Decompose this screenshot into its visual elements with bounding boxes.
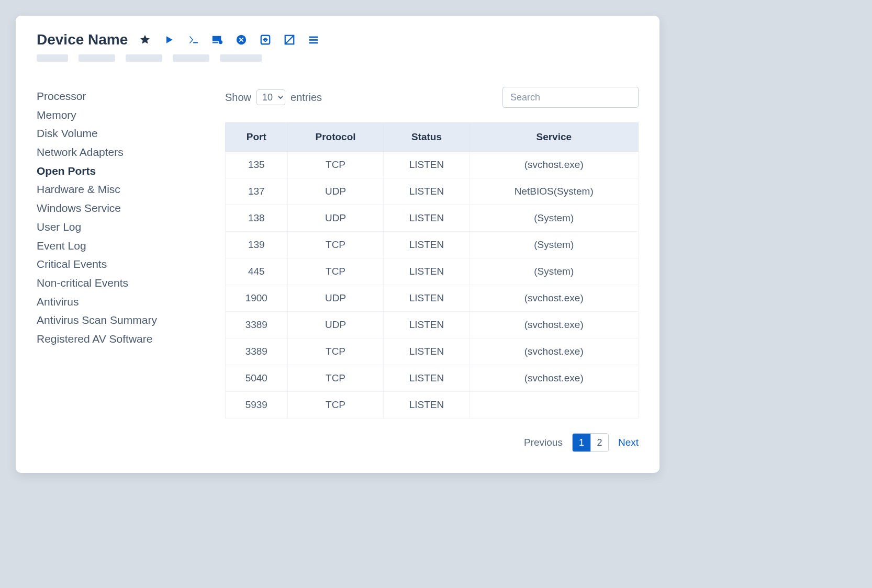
cell-port: 1900 <box>226 285 288 312</box>
pagination-previous[interactable]: Previous <box>524 437 563 448</box>
cell-service: (svchost.exe) <box>469 285 638 312</box>
cell-status: LISTEN <box>384 232 469 258</box>
sidebar-item-user-log[interactable]: User Log <box>37 218 194 236</box>
cell-service <box>469 392 638 419</box>
cell-service: NetBIOS(System) <box>469 178 638 205</box>
sidebar-item-memory[interactable]: Memory <box>37 106 194 125</box>
sidebar-item-event-log[interactable]: Event Log <box>37 236 194 255</box>
main: Show 10 entries Port Protocol Status <box>225 87 639 452</box>
page-buttons: 12 <box>572 433 609 452</box>
sidebar-item-non-critical-events[interactable]: Non-critical Events <box>37 274 194 292</box>
cell-status: LISTEN <box>384 285 469 312</box>
cell-port: 139 <box>226 232 288 258</box>
sidebar: ProcessorMemoryDisk VolumeNetwork Adapte… <box>37 87 194 452</box>
cell-status: LISTEN <box>384 178 469 205</box>
sidebar-item-hardware-misc[interactable]: Hardware & Misc <box>37 180 194 199</box>
terminal-icon[interactable] <box>187 34 199 46</box>
cell-protocol: TCP <box>287 152 384 178</box>
cell-service: (svchost.exe) <box>469 152 638 178</box>
column-header-status[interactable]: Status <box>384 123 469 152</box>
column-header-port[interactable]: Port <box>226 123 288 152</box>
cell-service: (System) <box>469 232 638 258</box>
sidebar-item-windows-service[interactable]: Windows Service <box>37 199 194 218</box>
sidebar-item-processor[interactable]: Processor <box>37 87 194 106</box>
header: Device Name <box>37 31 639 48</box>
cell-status: LISTEN <box>384 205 469 232</box>
table-controls: Show 10 entries <box>225 87 639 108</box>
cell-protocol: TCP <box>287 365 384 392</box>
placeholder <box>79 54 115 62</box>
cell-port: 5939 <box>226 392 288 419</box>
table-row: 138UDPLISTEN(System) <box>226 205 639 232</box>
open-ports-table: Port Protocol Status Service 135TCPLISTE… <box>225 122 639 419</box>
cell-protocol: UDP <box>287 285 384 312</box>
column-header-protocol[interactable]: Protocol <box>287 123 384 152</box>
content: ProcessorMemoryDisk VolumeNetwork Adapte… <box>37 87 639 452</box>
tools-icon[interactable] <box>236 34 247 46</box>
page-button-2[interactable]: 2 <box>590 434 608 451</box>
cell-port: 3389 <box>226 338 288 365</box>
remote-desktop-icon[interactable] <box>211 34 223 46</box>
cell-protocol: UDP <box>287 178 384 205</box>
cell-port: 3389 <box>226 312 288 338</box>
cell-port: 138 <box>226 205 288 232</box>
cell-status: LISTEN <box>384 152 469 178</box>
cell-port: 137 <box>226 178 288 205</box>
play-icon[interactable] <box>163 34 175 46</box>
table-row: 1900UDPLISTEN(svchost.exe) <box>226 285 639 312</box>
svg-point-0 <box>219 40 222 44</box>
table-row: 139TCPLISTEN(System) <box>226 232 639 258</box>
cell-protocol: UDP <box>287 205 384 232</box>
svg-rect-5 <box>309 37 318 38</box>
star-icon[interactable] <box>139 34 151 46</box>
sidebar-item-antivirus-scan-summary[interactable]: Antivirus Scan Summary <box>37 311 194 330</box>
table-row: 3389UDPLISTEN(svchost.exe) <box>226 312 639 338</box>
entries-label: entries <box>290 92 322 104</box>
placeholder <box>37 54 68 62</box>
cell-status: LISTEN <box>384 312 469 338</box>
cell-protocol: TCP <box>287 232 384 258</box>
table-row: 3389TCPLISTEN(svchost.exe) <box>226 338 639 365</box>
cell-service: (svchost.exe) <box>469 338 638 365</box>
sidebar-item-open-ports[interactable]: Open Ports <box>37 162 194 180</box>
device-card: Device Name <box>16 16 659 473</box>
placeholder <box>220 54 262 62</box>
column-header-service[interactable]: Service <box>469 123 638 152</box>
page-size-control: Show 10 entries <box>225 89 322 105</box>
sidebar-item-registered-av-software[interactable]: Registered AV Software <box>37 330 194 348</box>
menu-icon[interactable] <box>308 34 319 46</box>
placeholder <box>126 54 162 62</box>
svg-rect-7 <box>309 42 318 44</box>
cell-port: 135 <box>226 152 288 178</box>
page-size-select[interactable]: 10 <box>256 89 285 105</box>
search-box <box>502 87 639 108</box>
cell-service: (svchost.exe) <box>469 365 638 392</box>
table-row: 445TCPLISTEN(System) <box>226 258 639 285</box>
sync-icon[interactable] <box>260 34 271 46</box>
cell-service: (System) <box>469 205 638 232</box>
page-button-1[interactable]: 1 <box>573 434 590 451</box>
sidebar-item-disk-volume[interactable]: Disk Volume <box>37 124 194 143</box>
cell-protocol: TCP <box>287 392 384 419</box>
table-row: 137UDPLISTENNetBIOS(System) <box>226 178 639 205</box>
table-row: 5040TCPLISTEN(svchost.exe) <box>226 365 639 392</box>
sidebar-item-antivirus[interactable]: Antivirus <box>37 292 194 311</box>
pagination-next[interactable]: Next <box>618 437 639 448</box>
cell-protocol: UDP <box>287 312 384 338</box>
cell-status: LISTEN <box>384 338 469 365</box>
cell-protocol: TCP <box>287 258 384 285</box>
cell-port: 445 <box>226 258 288 285</box>
pagination: Previous 12 Next <box>225 433 639 452</box>
svg-line-4 <box>285 36 294 44</box>
cell-protocol: TCP <box>287 338 384 365</box>
search-input[interactable] <box>502 87 639 108</box>
placeholder <box>173 54 209 62</box>
cell-service: (System) <box>469 258 638 285</box>
blocked-icon[interactable] <box>284 34 295 46</box>
table-header-row: Port Protocol Status Service <box>226 123 639 152</box>
cell-service: (svchost.exe) <box>469 312 638 338</box>
sidebar-item-network-adapters[interactable]: Network Adapters <box>37 143 194 162</box>
sidebar-item-critical-events[interactable]: Critical Events <box>37 255 194 274</box>
cell-status: LISTEN <box>384 365 469 392</box>
device-title: Device Name <box>37 31 128 48</box>
